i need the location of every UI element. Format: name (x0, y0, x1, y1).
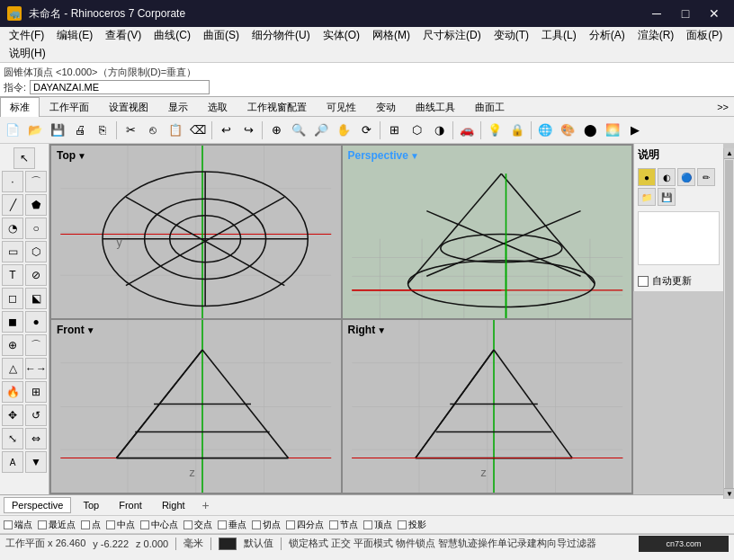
zoom-extent[interactable]: ⊕ (265, 120, 287, 141)
minimize-button[interactable]: ─ (644, 4, 669, 22)
menu-dim[interactable]: 尺寸标注(D) (417, 27, 487, 44)
snap-vertex-cb[interactable] (363, 520, 372, 529)
scroll-down-arrow[interactable]: ▼ (724, 488, 734, 499)
snap-midpoint-cb[interactable] (106, 520, 115, 529)
extrude-tool[interactable]: ⬕ (25, 288, 47, 309)
car-btn[interactable]: 🚗 (456, 120, 478, 141)
command-input[interactable] (30, 80, 210, 94)
scroll-up-arrow[interactable]: ▲ (724, 148, 734, 159)
viewport-right-dropdown[interactable]: ▼ (377, 325, 386, 335)
tab-setview[interactable]: 设置视图 (99, 97, 158, 117)
menu-render[interactable]: 渲染(R) (632, 27, 680, 44)
rect-tool[interactable]: ▭ (2, 241, 23, 262)
btm-tab-perspective[interactable]: Perspective (4, 497, 71, 513)
tab-workplane[interactable]: 工作平面 (40, 97, 99, 117)
btm-tab-top[interactable]: Top (75, 497, 107, 513)
snap-quad-cb[interactable] (286, 520, 295, 529)
hatch-tool[interactable]: ⊘ (25, 264, 47, 286)
tab-curve-tools[interactable]: 曲线工具 (406, 97, 465, 117)
undo-extra[interactable]: ⎘ (92, 120, 113, 141)
viewport-front-dropdown[interactable]: ▼ (86, 325, 95, 335)
toolbar-more[interactable]: >> (712, 102, 734, 112)
menu-curve[interactable]: 曲线(C) (148, 27, 196, 44)
scale-tool[interactable]: ⤡ (2, 428, 23, 449)
open-btn[interactable]: 📂 (24, 120, 46, 141)
viewport-perspective[interactable]: Perspective ▼ (343, 146, 632, 318)
pan[interactable]: ✋ (333, 120, 354, 141)
tab-transform[interactable]: 变动 (366, 97, 406, 117)
new-btn[interactable]: 📄 (2, 120, 23, 141)
menu-analyze[interactable]: 分析(A) (584, 27, 631, 44)
rp-icon-6[interactable]: 💾 (658, 188, 676, 206)
fire-tool[interactable]: 🔥 (2, 381, 23, 403)
viewport-top-dropdown[interactable]: ▼ (77, 151, 86, 161)
menu-subd[interactable]: 细分物件(U) (246, 27, 316, 44)
text-tool[interactable]: T (2, 264, 23, 286)
scroll-thumb[interactable] (725, 160, 733, 489)
viewport-front[interactable]: Front ▼ (51, 320, 341, 493)
arc-tool[interactable]: ◔ (2, 218, 23, 239)
wire-btn[interactable]: ⬡ (406, 120, 427, 141)
more-btn[interactable]: ▶ (624, 120, 646, 141)
shade-btn[interactable]: ◑ (428, 120, 450, 141)
auto-update-checkbox[interactable] (638, 276, 649, 287)
maximize-button[interactable]: □ (673, 4, 698, 22)
menu-tools[interactable]: 工具(L) (536, 27, 582, 44)
rotate-tool[interactable]: ↺ (25, 404, 47, 426)
mesh-tool[interactable]: △ (2, 358, 23, 379)
menu-mesh[interactable]: 网格(M) (367, 27, 416, 44)
snap-perp-cb[interactable] (218, 520, 227, 529)
tab-visibility[interactable]: 可见性 (317, 97, 366, 117)
tab-display[interactable]: 显示 (158, 97, 198, 117)
add-viewport-button[interactable]: + (197, 496, 215, 514)
zoom-out[interactable]: 🔎 (310, 120, 332, 141)
rotate[interactable]: ⟳ (355, 120, 377, 141)
viewport-right[interactable]: Right ▼ (343, 320, 632, 493)
lock-btn[interactable]: 🔒 (506, 120, 528, 141)
menu-view[interactable]: 查看(V) (100, 27, 147, 44)
paste-btn[interactable]: 📋 (165, 120, 186, 141)
snap-project-cb[interactable] (398, 520, 407, 529)
snap-intersect-cb[interactable] (184, 520, 192, 529)
rp-icon-1[interactable]: ● (638, 168, 656, 186)
grid-btn[interactable]: ⊞ (383, 120, 405, 141)
circle-tool[interactable]: ○ (25, 218, 47, 239)
env-btn[interactable]: 🌅 (602, 120, 623, 141)
snap-point-cb[interactable] (81, 520, 90, 529)
tab-select[interactable]: 选取 (198, 97, 237, 117)
tab-standard[interactable]: 标准 (0, 97, 40, 117)
solid-sphere[interactable]: ● (25, 311, 47, 333)
curve-tool[interactable]: ⌒ (25, 171, 47, 192)
poly-tool[interactable]: ⬟ (25, 194, 47, 216)
menu-surface[interactable]: 曲面(S) (198, 27, 245, 44)
cut-btn[interactable]: ✂ (120, 120, 141, 141)
dim-tool[interactable]: ←→ (25, 358, 47, 379)
undo-btn[interactable]: ↩ (215, 120, 237, 141)
snap-endpoint-cb[interactable] (4, 520, 13, 529)
text-dot[interactable]: A (2, 451, 23, 473)
viewport-perspective-dropdown[interactable]: ▼ (410, 151, 419, 161)
render-btn[interactable]: 🌐 (534, 120, 556, 141)
copy-btn[interactable]: ⎋ (142, 120, 164, 141)
group-tool[interactable]: ⊞ (25, 381, 47, 403)
menu-transform[interactable]: 变动(T) (488, 27, 534, 44)
light-btn[interactable]: 💡 (484, 120, 506, 141)
print-btn[interactable]: 🖨 (69, 120, 91, 141)
fillet-tool[interactable]: ⌒ (25, 334, 47, 356)
redo-btn[interactable]: ↪ (237, 120, 259, 141)
polygon-tool[interactable]: ⬡ (25, 241, 47, 262)
menu-help[interactable]: 说明(H) (4, 45, 51, 62)
zoom-in[interactable]: 🔍 (288, 120, 309, 141)
menu-solid[interactable]: 实体(O) (318, 27, 365, 44)
color-btn[interactable]: 🎨 (557, 120, 578, 141)
snap-nearest-cb[interactable] (38, 520, 47, 529)
snap-knot-cb[interactable] (329, 520, 338, 529)
btm-tab-front[interactable]: Front (111, 497, 150, 513)
tab-viewport-config[interactable]: 工作视窗配置 (237, 97, 317, 117)
boolean-tool[interactable]: ⊕ (2, 334, 23, 356)
move-tool[interactable]: ✥ (2, 404, 23, 426)
rp-icon-5[interactable]: 📁 (638, 188, 656, 206)
mirror-tool[interactable]: ⇔ (25, 428, 47, 449)
line-tool[interactable]: ╱ (2, 194, 23, 216)
delete-btn[interactable]: ⌫ (187, 120, 209, 141)
